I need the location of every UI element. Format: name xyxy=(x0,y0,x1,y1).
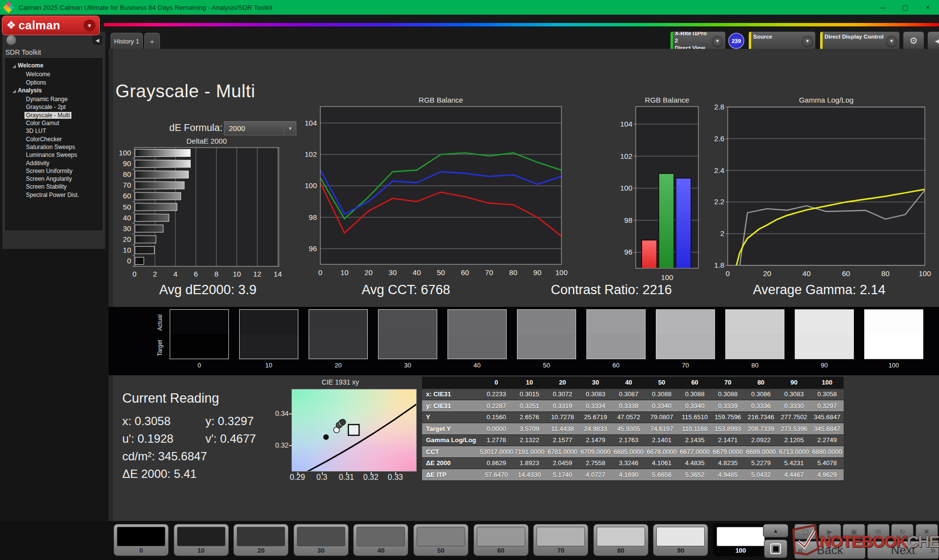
tree-expander-icon[interactable]: ◢ xyxy=(13,89,16,93)
restore-button[interactable]: ▢ xyxy=(894,0,917,15)
pattern-tile-swatch xyxy=(177,527,225,546)
table-cell: 3.5709 xyxy=(513,423,546,435)
pattern-tile-90[interactable]: 90 xyxy=(653,524,708,556)
cie-xtick-mark xyxy=(322,472,323,475)
pattern-tile-label: 60 xyxy=(474,547,528,554)
collapse-right-panel-button[interactable]: ◀ xyxy=(927,31,939,50)
sidebar-item-luminance-sweeps[interactable]: Luminance Sweeps xyxy=(6,151,102,159)
source-label: Source xyxy=(753,33,772,41)
pattern-tile-label: 10 xyxy=(174,547,228,554)
pattern-tile-30[interactable]: 30 xyxy=(293,524,349,556)
svg-text:14: 14 xyxy=(274,270,282,278)
sidebar-title: SDR Toolkit xyxy=(5,48,41,56)
pattern-control-button-4[interactable]: ↻ xyxy=(891,524,914,539)
table-cell: 0.3086 xyxy=(744,388,778,400)
sidebar-item-3d-lut[interactable]: 3D LUT xyxy=(6,127,102,135)
swatch-box-20 xyxy=(309,309,368,359)
sidebar-item-saturation-sweeps[interactable]: Saturation Sweeps xyxy=(6,143,102,151)
next-button[interactable]: Next » xyxy=(867,541,939,559)
pattern-control-button-1[interactable]: ▶ xyxy=(819,524,841,539)
meter-count-badge[interactable]: 239 xyxy=(728,33,744,49)
pattern-up-button[interactable]: ▲ xyxy=(763,524,788,538)
sidebar-item-welcome[interactable]: ◢Welcome xyxy=(6,62,102,70)
sidebar-item-screen-uniformity[interactable]: Screen Uniformity xyxy=(6,167,102,175)
pattern-tile-0[interactable]: 0 xyxy=(113,524,169,556)
sidebar-item-spectral-power-dist-[interactable]: Spectral Power Dist. xyxy=(6,191,102,199)
source-dropdown[interactable]: Source ▼ xyxy=(748,31,816,50)
pattern-control-button-2[interactable]: ▣ xyxy=(843,524,865,539)
table-cell: 0.3072 xyxy=(546,388,579,400)
table-row: x: CIE310.22330.30150.30720.30830.30870.… xyxy=(422,388,844,400)
chevron-down-icon[interactable]: ▼ xyxy=(84,20,95,31)
sidebar-item-welcome[interactable]: Welcome xyxy=(6,70,102,78)
pattern-tile-swatch xyxy=(297,527,345,546)
minimize-button[interactable]: — xyxy=(872,0,894,15)
sidebar-collapse-button[interactable]: ◀ xyxy=(92,35,102,45)
sidebar-item-additivity[interactable]: Additivity xyxy=(6,159,102,167)
sidebar-item-label: Screen Angularity xyxy=(24,175,73,182)
close-button[interactable]: × xyxy=(917,0,939,15)
sidebar-item-colorchecker[interactable]: ColorChecker xyxy=(6,135,102,143)
add-tab-button[interactable]: + xyxy=(144,33,160,49)
back-label: Back xyxy=(817,543,843,557)
display-control-dropdown[interactable]: Direct Display Control ▼ xyxy=(820,31,900,50)
svg-text:70: 70 xyxy=(123,181,131,189)
table-cell: 11.4438 xyxy=(546,423,579,435)
pattern-tile-label: 20 xyxy=(234,547,288,554)
pattern-tile-60[interactable]: 60 xyxy=(473,524,529,556)
svg-text:100: 100 xyxy=(555,268,567,277)
pattern-window-button[interactable] xyxy=(764,539,787,558)
sidebar-item-dynamic-range[interactable]: Dynamic Range xyxy=(6,95,102,103)
tab-history-1[interactable]: History 1 xyxy=(111,33,143,49)
table-column-header: 40 xyxy=(612,377,646,388)
sidebar-item-grayscale-multi[interactable]: Grayscale - Multi xyxy=(6,111,102,119)
sidebar-item-options[interactable]: Options xyxy=(6,79,102,86)
pattern-control-button-5[interactable]: ✖ xyxy=(916,524,938,539)
meter-dropdown[interactable]: X-Rite i1Pro 2 Direct View ▼ xyxy=(670,31,726,50)
swatch-label: 30 xyxy=(378,362,437,369)
sidebar-item-label: Saturation Sweeps xyxy=(24,144,77,151)
swatch-box-80 xyxy=(725,309,784,359)
table-cell: 10.7278 xyxy=(546,411,579,423)
sidebar-handle-icon[interactable] xyxy=(6,35,16,45)
pattern-tile-40[interactable]: 40 xyxy=(353,524,408,556)
table-cell: 1.2778 xyxy=(480,434,513,446)
tree-expander-icon[interactable]: ◢ xyxy=(13,64,16,68)
pattern-tile-80[interactable]: 80 xyxy=(593,524,648,556)
table-cell: 6781.0000 xyxy=(546,446,579,458)
pattern-tile-20[interactable]: 20 xyxy=(233,524,289,556)
target-swatch xyxy=(587,334,645,359)
table-cell: 0.3083 xyxy=(579,388,612,400)
table-column-header xyxy=(422,377,480,388)
rgb-balance-line-chart: 96981001021040102030405060708090100RGB B… xyxy=(298,96,572,281)
table-cell: 4.8235 xyxy=(711,457,744,469)
pattern-tile-50[interactable]: 50 xyxy=(413,524,469,556)
sidebar-item-screen-angularity[interactable]: Screen Angularity xyxy=(6,175,102,183)
swatch-label: 10 xyxy=(239,362,298,369)
pattern-tile-10[interactable]: 10 xyxy=(174,524,229,556)
settings-button[interactable]: ⚙ xyxy=(903,31,924,50)
pattern-control-button-3[interactable]: ✉ xyxy=(867,524,890,539)
sidebar-item-color-gamut[interactable]: Color Gamut xyxy=(6,119,102,127)
table-cell: 2.1763 xyxy=(612,434,646,446)
svg-text:40: 40 xyxy=(123,214,131,222)
pattern-control-button-0[interactable]: ▢ xyxy=(794,524,817,539)
svg-text:2.2: 2.2 xyxy=(714,197,724,206)
actual-swatch xyxy=(656,310,715,334)
svg-text:50: 50 xyxy=(437,268,445,277)
de-formula-select[interactable]: 2000 ▼ xyxy=(224,121,296,135)
back-button[interactable]: « Back xyxy=(794,541,866,559)
table-column-header: 60 xyxy=(678,377,712,388)
table-cell: 0.0000 xyxy=(480,423,513,435)
calman-menu-button[interactable]: ❖ calman ▼ xyxy=(2,16,100,35)
swatch-label: 70 xyxy=(656,362,715,369)
svg-text:10: 10 xyxy=(123,246,131,254)
pattern-tile-70[interactable]: 70 xyxy=(533,524,588,556)
sidebar-item-analysis[interactable]: ◢Analysis xyxy=(6,86,102,95)
table-cell: 273.5396 xyxy=(778,423,811,435)
svg-text:Gamma Log/Log: Gamma Log/Log xyxy=(799,96,854,104)
svg-text:30: 30 xyxy=(389,268,397,277)
pattern-tile-100[interactable]: 100 xyxy=(713,524,768,556)
sidebar-item-grayscale-2pt[interactable]: Grayscale - 2pt xyxy=(6,103,102,111)
sidebar-item-screen-stability[interactable]: Screen Stability xyxy=(6,183,102,191)
